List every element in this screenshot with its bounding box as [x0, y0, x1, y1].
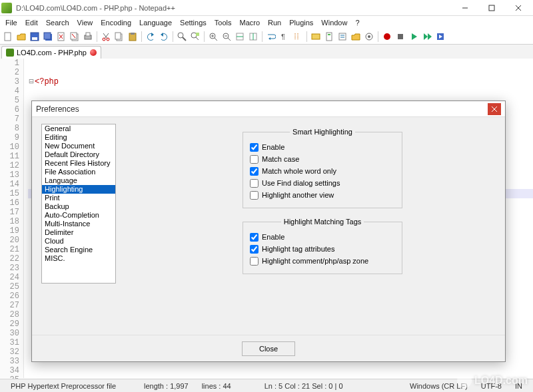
pref-item-default-directory[interactable]: Default Directory — [42, 150, 115, 159]
sync-h-icon[interactable] — [247, 31, 259, 43]
find-icon[interactable] — [176, 31, 188, 43]
dialog-title-bar[interactable]: Preferences — [32, 101, 505, 117]
menu-search[interactable]: Search — [42, 17, 73, 28]
replace-icon[interactable] — [189, 31, 201, 43]
tags-enable-checkbox[interactable] — [250, 233, 259, 242]
tags-comment-row[interactable]: Highlight comment/php/asp zone — [250, 255, 395, 267]
svg-rect-23 — [115, 33, 121, 39]
preferences-category-list[interactable]: General Editing New Document Default Dir… — [41, 124, 116, 284]
play-macro-icon[interactable] — [408, 31, 420, 43]
pref-item-new-document[interactable]: New Document — [42, 142, 115, 150]
menu-tools[interactable]: Tools — [211, 17, 236, 28]
sync-v-icon[interactable] — [234, 31, 246, 43]
func-list-icon[interactable] — [336, 31, 348, 43]
new-file-icon[interactable] — [2, 31, 14, 43]
cut-icon[interactable] — [100, 31, 112, 43]
doc-map-icon[interactable] — [323, 31, 335, 43]
zoom-in-icon[interactable] — [207, 31, 219, 43]
all-chars-icon[interactable]: ¶ — [278, 31, 290, 43]
smart-wholeword-checkbox[interactable] — [250, 167, 259, 176]
close-window-button[interactable] — [505, 1, 532, 15]
smart-wholeword-row[interactable]: Match whole word only — [250, 165, 395, 177]
status-insert-mode[interactable]: IN — [508, 382, 529, 390]
file-tab[interactable]: LO4D.com - PHP.php — [1, 46, 101, 59]
pref-item-auto-completion[interactable]: Auto-Completion — [42, 211, 115, 220]
paste-icon[interactable] — [127, 31, 139, 43]
smart-anotherview-row[interactable]: Highlight another view — [250, 189, 395, 201]
minimize-button[interactable] — [452, 1, 478, 15]
smart-enable-checkbox[interactable] — [250, 143, 259, 152]
pref-item-editing[interactable]: Editing — [42, 133, 115, 142]
open-file-icon[interactable] — [15, 31, 27, 43]
close-file-icon[interactable] — [55, 31, 67, 43]
pref-item-delimiter[interactable]: Delimiter — [42, 228, 115, 237]
pref-item-backup[interactable]: Backup — [42, 202, 115, 211]
menu-run[interactable]: Run — [264, 17, 285, 28]
menu-view[interactable]: View — [73, 17, 97, 28]
pref-item-general[interactable]: General — [42, 124, 115, 133]
zoom-out-icon[interactable] — [221, 31, 233, 43]
status-eol[interactable]: Windows (CR LF) — [403, 382, 474, 390]
svg-text:¶: ¶ — [281, 33, 285, 41]
copy-icon[interactable] — [113, 31, 125, 43]
tags-comment-checkbox[interactable] — [250, 257, 259, 266]
lang-menu-icon[interactable] — [310, 31, 322, 43]
smart-enable-row[interactable]: Enable — [250, 141, 395, 153]
close-all-icon[interactable] — [69, 31, 81, 43]
menu-window[interactable]: Window — [317, 17, 351, 28]
undo-icon[interactable] — [145, 31, 157, 43]
menu-help[interactable]: ? — [351, 17, 363, 28]
svg-marker-60 — [424, 33, 428, 40]
save-all-icon[interactable] — [42, 31, 54, 43]
svg-marker-61 — [428, 33, 432, 40]
menu-encoding[interactable]: Encoding — [97, 17, 135, 28]
smart-matchcase-row[interactable]: Match case — [250, 153, 395, 165]
svg-point-20 — [103, 38, 105, 41]
pref-item-cloud[interactable]: Cloud — [42, 237, 115, 246]
save-macro-icon[interactable] — [434, 31, 446, 43]
modified-indicator-icon — [90, 49, 97, 56]
monitoring-icon[interactable] — [363, 31, 375, 43]
smart-matchcase-checkbox[interactable] — [250, 155, 259, 164]
svg-line-31 — [196, 37, 199, 40]
redo-icon[interactable] — [158, 31, 170, 43]
pref-item-highlighting[interactable]: Highlighting — [42, 185, 115, 194]
status-length: length : 1,997 — [137, 382, 195, 390]
status-encoding[interactable]: UTF-8 — [474, 382, 508, 390]
menu-file[interactable]: File — [1, 17, 21, 28]
svg-rect-17 — [86, 33, 90, 36]
dialog-close-button[interactable] — [488, 103, 501, 115]
print-icon[interactable] — [82, 31, 94, 43]
menu-settings[interactable]: Settings — [176, 17, 211, 28]
folder-ws-icon[interactable] — [350, 31, 362, 43]
close-button[interactable]: Close — [242, 341, 295, 356]
stop-macro-icon[interactable] — [394, 31, 406, 43]
pref-item-misc[interactable]: MISC. — [42, 254, 115, 263]
tags-enable-row[interactable]: Enable — [250, 231, 395, 243]
dialog-title: Preferences — [36, 104, 79, 114]
wordwrap-icon[interactable] — [265, 31, 277, 43]
save-icon[interactable] — [29, 31, 41, 43]
menu-bar: File Edit Search View Encoding Language … — [0, 16, 533, 29]
menu-edit[interactable]: Edit — [21, 17, 42, 28]
menu-language[interactable]: Language — [135, 17, 176, 28]
pref-item-language[interactable]: Language — [42, 176, 115, 185]
maximize-button[interactable] — [478, 1, 505, 15]
menu-macro[interactable]: Macro — [235, 17, 264, 28]
smart-finddlg-row[interactable]: Use Find dialog settings — [250, 177, 395, 189]
pref-item-multi-instance[interactable]: Multi-Instance — [42, 220, 115, 228]
status-filetype: PHP Hypertext Preprocessor file — [4, 382, 137, 390]
multi-play-icon[interactable] — [421, 31, 433, 43]
pref-item-print[interactable]: Print — [42, 194, 115, 202]
pref-item-recent-files[interactable]: Recent Files History — [42, 159, 115, 168]
record-macro-icon[interactable] — [381, 31, 393, 43]
pref-item-search-engine[interactable]: Search Engine — [42, 246, 115, 254]
tags-attrs-row[interactable]: Highlight tag attributes — [250, 243, 395, 255]
smart-finddlg-checkbox[interactable] — [250, 179, 259, 188]
indent-guide-icon[interactable] — [292, 31, 304, 43]
pref-item-file-association[interactable]: File Association — [42, 168, 115, 176]
menu-plugins[interactable]: Plugins — [285, 17, 317, 28]
smart-anotherview-checkbox[interactable] — [250, 191, 259, 200]
tags-attrs-checkbox[interactable] — [250, 245, 259, 254]
svg-point-30 — [191, 33, 197, 38]
